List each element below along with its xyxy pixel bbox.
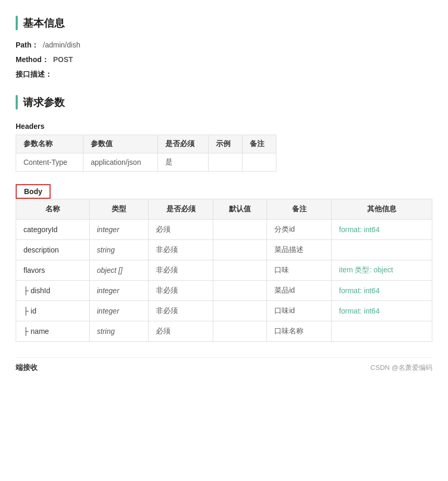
- table-cell: [332, 240, 432, 260]
- table-cell: 非必须: [149, 281, 213, 301]
- body-col-remark: 备注: [267, 199, 332, 220]
- table-row: Content-Typeapplication/json是: [16, 153, 276, 172]
- table-cell: application/json: [83, 153, 158, 172]
- body-col-default: 默认值: [213, 199, 267, 220]
- table-cell: Content-Type: [16, 153, 83, 172]
- table-cell: integer: [89, 301, 149, 321]
- table-cell: [213, 240, 267, 260]
- table-cell: ├ id: [16, 301, 90, 321]
- table-cell: categoryId: [16, 220, 90, 240]
- table-cell: 分类id: [267, 220, 332, 240]
- footer: 端接收 CSDN @名萧爱编码: [16, 357, 432, 372]
- table-cell: string: [89, 321, 149, 342]
- table-cell: integer: [89, 281, 149, 301]
- headers-col-remark: 备注: [242, 135, 276, 153]
- body-table-header-row: 名称 类型 是否必须 默认值 备注 其他信息: [16, 199, 432, 220]
- section-bar-1: [16, 16, 18, 30]
- body-col-type: 类型: [89, 199, 149, 220]
- body-col-required: 是否必须: [149, 199, 213, 220]
- table-cell: 口味: [267, 260, 332, 281]
- table-cell: [332, 321, 432, 342]
- headers-col-name: 参数名称: [16, 135, 83, 153]
- method-label: Method：: [16, 55, 49, 65]
- headers-col-example: 示例: [208, 135, 242, 153]
- table-cell: [213, 321, 267, 342]
- table-cell: 非必须: [149, 301, 213, 321]
- path-row: Path： /admin/dish: [16, 41, 432, 50]
- table-cell: 非必须: [149, 260, 213, 281]
- path-label: Path：: [16, 41, 39, 50]
- table-row: ├ idinteger非必须口味idformat: int64: [16, 301, 432, 321]
- path-value: /admin/dish: [43, 41, 80, 49]
- table-cell: item 类型: object: [332, 260, 432, 281]
- body-section: Body 名称 类型 是否必须 默认值 备注 其他信息 categoryIdin…: [16, 184, 432, 342]
- table-cell: [213, 260, 267, 281]
- table-cell: ├ dishId: [16, 281, 90, 301]
- method-value: POST: [53, 55, 73, 64]
- table-cell: description: [16, 240, 90, 260]
- headers-section: Headers 参数名称 参数值 是否必须 示例 备注 Content-Type…: [16, 122, 432, 172]
- table-row: descriptionstring非必须菜品描述: [16, 240, 432, 260]
- headers-col-value: 参数值: [83, 135, 158, 153]
- table-row: flavorsobject []非必须口味item 类型: object: [16, 260, 432, 281]
- table-cell: format: int64: [332, 220, 432, 240]
- headers-col-required: 是否必须: [158, 135, 209, 153]
- desc-label: 接口描述：: [16, 70, 52, 79]
- table-cell: [242, 153, 276, 172]
- table-cell: flavors: [16, 260, 90, 281]
- footer-left: 端接收: [16, 363, 38, 372]
- table-cell: 必须: [149, 220, 213, 240]
- table-cell: format: int64: [332, 281, 432, 301]
- table-cell: integer: [89, 220, 149, 240]
- table-row: ├ namestring必须口味名称: [16, 321, 432, 342]
- table-cell: 菜品id: [267, 281, 332, 301]
- headers-table-header-row: 参数名称 参数值 是否必须 示例 备注: [16, 135, 276, 153]
- body-col-other: 其他信息: [332, 199, 432, 220]
- body-table: 名称 类型 是否必须 默认值 备注 其他信息 categoryIdinteger…: [16, 199, 432, 342]
- table-cell: 菜品描述: [267, 240, 332, 260]
- table-cell: format: int64: [332, 301, 432, 321]
- headers-table: 参数名称 参数值 是否必须 示例 备注 Content-Typeapplicat…: [16, 135, 276, 172]
- table-cell: string: [89, 240, 149, 260]
- footer-right: CSDN @名萧爱编码: [370, 363, 432, 372]
- section1-header: 基本信息: [16, 16, 432, 30]
- table-cell: [213, 301, 267, 321]
- table-cell: object []: [89, 260, 149, 281]
- table-cell: [213, 220, 267, 240]
- table-cell: [208, 153, 242, 172]
- section2-header: 请求参数: [16, 95, 432, 110]
- table-cell: [213, 281, 267, 301]
- headers-label: Headers: [16, 122, 432, 130]
- method-row: Method： POST: [16, 55, 432, 65]
- section-bar-2: [16, 95, 18, 110]
- body-col-name: 名称: [16, 199, 90, 220]
- table-cell: 口味名称: [267, 321, 332, 342]
- table-cell: ├ name: [16, 321, 90, 342]
- desc-row: 接口描述：: [16, 70, 432, 79]
- table-cell: 非必须: [149, 240, 213, 260]
- section1-title: 基本信息: [23, 16, 65, 30]
- body-label: Body: [16, 184, 51, 199]
- table-cell: 是: [158, 153, 209, 172]
- table-row: ├ dishIdinteger非必须菜品idformat: int64: [16, 281, 432, 301]
- table-cell: 必须: [149, 321, 213, 342]
- table-row: categoryIdinteger必须分类idformat: int64: [16, 220, 432, 240]
- table-cell: 口味id: [267, 301, 332, 321]
- section2-title: 请求参数: [23, 95, 65, 110]
